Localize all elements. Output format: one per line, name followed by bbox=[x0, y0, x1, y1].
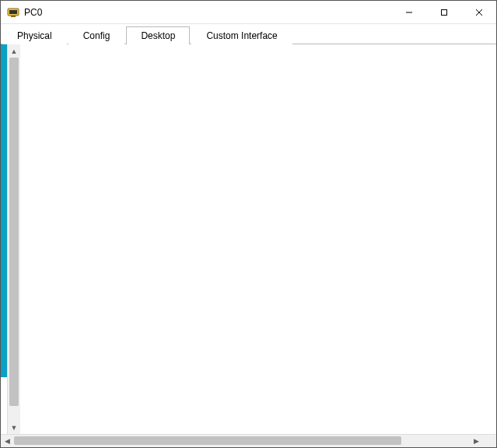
tab-strip: Physical Config Desktop Custom Interface bbox=[1, 24, 496, 44]
scroll-down-icon[interactable]: ▼ bbox=[8, 421, 20, 434]
scroll-left-icon[interactable]: ◀ bbox=[1, 435, 14, 447]
scroll-track[interactable] bbox=[8, 58, 20, 421]
tab-desktop[interactable]: Desktop bbox=[126, 26, 190, 44]
scroll-thumb[interactable] bbox=[14, 436, 401, 445]
svg-rect-1 bbox=[9, 10, 17, 14]
desktop-area: Terminal X %LINK-5-CHANGED: Interface Fa… bbox=[1, 44, 7, 377]
tab-custom-interface[interactable]: Custom Interface bbox=[191, 26, 292, 44]
scroll-thumb[interactable] bbox=[9, 58, 19, 406]
scroll-right-icon[interactable]: ▶ bbox=[470, 435, 483, 447]
window-titlebar: PC0 bbox=[1, 1, 496, 24]
scroll-track[interactable] bbox=[14, 435, 470, 447]
main-vertical-scrollbar[interactable]: ▲ ▼ bbox=[7, 44, 20, 434]
close-button[interactable] bbox=[461, 1, 496, 23]
app-icon bbox=[7, 6, 19, 19]
svg-rect-4 bbox=[441, 9, 446, 15]
tab-config[interactable]: Config bbox=[68, 26, 125, 44]
maximize-button[interactable] bbox=[426, 1, 461, 23]
scrollbar-corner bbox=[483, 435, 496, 447]
minimize-icon bbox=[405, 9, 413, 16]
close-icon bbox=[475, 9, 483, 16]
minimize-button[interactable] bbox=[391, 1, 426, 23]
main-horizontal-scrollbar[interactable]: ◀ ▶ bbox=[1, 434, 496, 447]
window-title: PC0 bbox=[24, 7, 391, 18]
svg-rect-2 bbox=[11, 16, 16, 17]
scroll-up-icon[interactable]: ▲ bbox=[8, 44, 20, 58]
maximize-icon bbox=[440, 9, 448, 16]
tab-physical[interactable]: Physical bbox=[2, 26, 67, 44]
